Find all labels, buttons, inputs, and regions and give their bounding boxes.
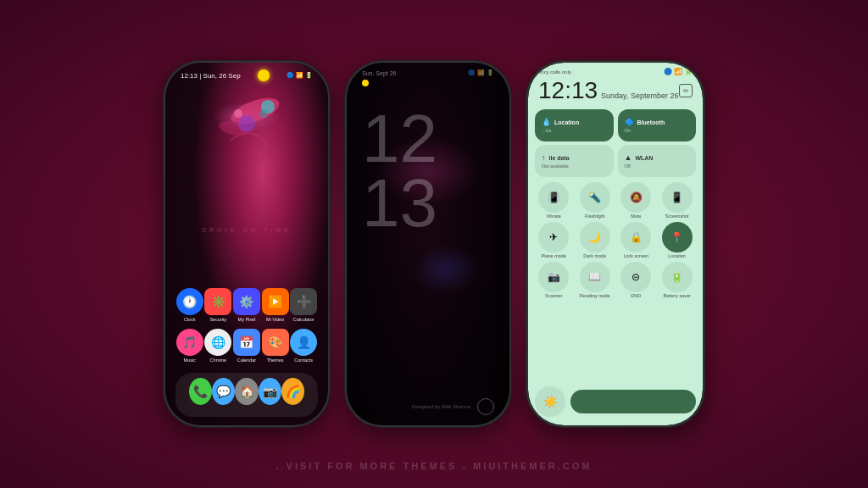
batterysaver-label: Battery saver <box>664 293 691 298</box>
bluetooth-tile-label: Bluetooth <box>637 119 665 125</box>
app-row-2: 🎵 Music 🌐 Chrome 📅 Calendar 🎨 Themes <box>175 329 318 363</box>
location-tile-icon: 💧 <box>542 118 551 126</box>
list-item: 📳 Vibrate <box>535 182 573 219</box>
chrome-icon: 🌐 <box>204 329 231 356</box>
list-item[interactable]: 🎵 Music <box>175 329 204 363</box>
phone1-status-bar: 12:13 | Sun, 26 Sep 🔵 📶 🔋 <box>165 63 328 81</box>
sun-icon <box>258 69 270 81</box>
calendar-icon: 📅 <box>233 329 260 356</box>
vibrate-tile[interactable]: 📳 <box>538 182 569 213</box>
phone-1: 12:13 | Sun, 26 Sep 🔵 📶 🔋 <box>164 61 330 427</box>
flashlight-tile[interactable]: 🔦 <box>580 182 610 213</box>
location-tile-small[interactable]: 📍 <box>662 222 693 252</box>
dock-photos-icon[interactable]: 🌈 <box>281 378 304 405</box>
qs-mobiledata-tile[interactable]: ↑ ile data Not available <box>535 145 614 177</box>
list-item: 📱 Screenshot <box>659 182 697 219</box>
designed-by-text: Designed by Ritik Sharma <box>412 404 470 409</box>
dnd-label: DND <box>631 293 641 298</box>
dock-phone-icon[interactable]: 📞 <box>189 378 212 405</box>
qs-grid-row1: 📳 Vibrate 🔦 Flashlight 🔕 Mute 📱 Screensh… <box>528 180 703 220</box>
list-item: 🌙 Dark mode <box>576 222 615 258</box>
brightness-button[interactable]: ☀️ <box>535 386 565 417</box>
phone-3: ency calls only 🔵 📶 🔋 12:13 Sunday, Sept… <box>526 61 704 427</box>
list-item[interactable]: 📅 Calendar <box>232 329 261 363</box>
nav-pill-icon[interactable] <box>477 398 494 415</box>
phone2-clock-hours: 12 <box>362 107 494 171</box>
list-item[interactable]: 🎨 Themes <box>261 329 290 363</box>
phone2-screen: Sun. Sept 26 🔵 📶 🔋 12 13 Designed by Rit… <box>347 63 509 425</box>
qs-location-tile[interactable]: 💧 Location ...Us <box>535 109 614 141</box>
mute-label: Mute <box>631 214 641 219</box>
list-item[interactable]: 👤 Contacts <box>289 329 318 363</box>
list-item: ⊝ DND <box>617 262 655 298</box>
mobiledata-tile-icon: ↑ <box>542 153 546 162</box>
location-tile-sub: ...Us <box>542 128 607 133</box>
reading-tile[interactable]: 📖 <box>580 262 610 292</box>
svg-point-4 <box>238 115 255 132</box>
flashlight-label: Flashlight <box>585 214 605 219</box>
phone2-status-icons: 🔵 📶 🔋 <box>468 69 494 76</box>
list-item[interactable]: ⚙️ My Pixel <box>232 288 261 322</box>
qs-grid-row2: ✈ Plane mode 🌙 Dark mode 🔒 Lock screen 📍… <box>528 220 703 260</box>
droid-area: DROID ON TIME <box>165 81 328 285</box>
droid-swirl-svg <box>187 81 306 175</box>
security-icon: ✳️ <box>204 288 231 315</box>
list-item[interactable]: ➕ Calculator <box>289 288 318 322</box>
list-item[interactable]: 🕐 Clock <box>175 288 204 322</box>
dock-camera-icon[interactable]: 📷 <box>259 378 281 405</box>
app-grid-row1: 🕐 Clock ✳️ Security ⚙️ My Pixel ▶️ Mi Vi… <box>165 285 328 371</box>
bluetooth-tile-sub: On <box>625 128 690 133</box>
dock-home-icon[interactable]: 🏠 <box>235 378 258 405</box>
list-item: ✈ Plane mode <box>535 222 573 258</box>
qs-time: 12:13 <box>538 77 598 104</box>
qs-large-tiles: 💧 Location ...Us 🔷 Bluetooth On <box>528 106 703 145</box>
batterysaver-tile[interactable]: 🔋 <box>662 262 693 292</box>
mute-tile[interactable]: 🔕 <box>620 182 651 213</box>
phone2-clock-minutes: 13 <box>362 171 494 236</box>
phone2-big-clock: 12 13 <box>347 90 509 236</box>
qs-edit-icon[interactable]: ✏ <box>679 84 693 97</box>
qs-wlan-tile[interactable]: ▲ WLAN Off <box>618 145 697 177</box>
themes-icon: 🎨 <box>262 329 289 356</box>
phone1-screen: 12:13 | Sun, 26 Sep 🔵 📶 🔋 <box>165 63 328 425</box>
wlan-tile-label: WLAN <box>635 155 653 161</box>
darkmode-label: Dark mode <box>583 253 606 258</box>
list-item[interactable]: 🌐 Chrome <box>204 329 233 363</box>
screenshot-tile[interactable]: 📱 <box>662 182 693 213</box>
scanner-tile[interactable]: 📷 <box>538 262 569 292</box>
airplane-label: Plane mode <box>542 253 566 258</box>
watermark-text: ..VISIT FOR MORE THEMES - MIUITHEMER.COM <box>276 461 593 471</box>
qs-medium-tiles: ↑ ile data Not available ▲ WLAN Off <box>528 145 703 180</box>
phone2-status-bar: Sun. Sept 26 🔵 📶 🔋 <box>347 63 509 76</box>
qs-date: Sunday, September 26 <box>601 92 678 100</box>
phone2-glow-2 <box>412 244 480 295</box>
airplane-tile[interactable]: ✈ <box>538 222 569 252</box>
calculator-icon: ➕ <box>290 288 317 315</box>
droid-text: DROID ON TIME <box>202 227 292 233</box>
list-item[interactable]: ✳️ Security <box>204 288 233 322</box>
list-item: 📖 Reading mode <box>576 262 615 298</box>
qs-time-row: 12:13 Sunday, September 26 ✏ <box>528 75 703 106</box>
dock-messages-icon[interactable]: 💬 <box>212 378 235 405</box>
brightness-bar[interactable] <box>570 390 696 413</box>
qs-time-date-block: 12:13 Sunday, September 26 <box>538 77 678 104</box>
music-icon: 🎵 <box>176 329 203 356</box>
dnd-tile[interactable]: ⊝ <box>620 262 651 292</box>
bluetooth-tile-icon: 🔷 <box>625 118 634 126</box>
vibrate-label: Vibrate <box>547 214 561 219</box>
location-tile-label: Location <box>554 119 579 125</box>
phone2-bottom: Designed by Ritik Sharma <box>347 398 509 425</box>
clock-icon: 🕐 <box>176 288 203 315</box>
location-label-small: Location <box>668 253 686 258</box>
status-icons-1: 🔵 📶 🔋 <box>287 72 313 79</box>
qs-bottom-bar: ☀️ <box>528 383 703 425</box>
list-item[interactable]: ▶️ Mi Video <box>261 288 290 322</box>
mivideo-icon: ▶️ <box>262 288 289 315</box>
darkmode-tile[interactable]: 🌙 <box>580 222 610 252</box>
phone3-screen: ency calls only 🔵 📶 🔋 12:13 Sunday, Sept… <box>528 63 703 425</box>
qs-bluetooth-tile[interactable]: 🔷 Bluetooth On <box>618 109 697 141</box>
mobiledata-tile-label: ile data <box>549 155 570 161</box>
phone-2: Sun. Sept 26 🔵 📶 🔋 12 13 Designed by Rit… <box>345 61 511 427</box>
app-row-1: 🕐 Clock ✳️ Security ⚙️ My Pixel ▶️ Mi Vi… <box>175 288 318 322</box>
lockscreen-tile[interactable]: 🔒 <box>620 222 651 252</box>
